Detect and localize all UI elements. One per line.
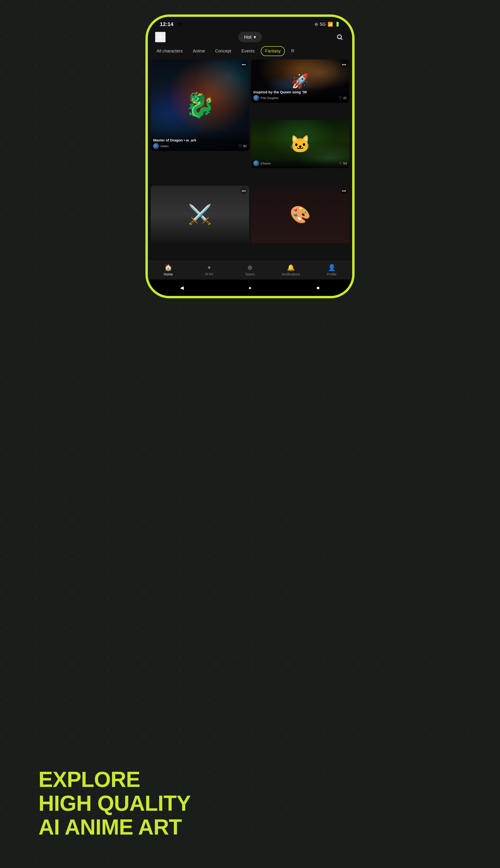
tab-fantasy[interactable]: Fantasy	[261, 46, 285, 56]
card-dragon-meta: A Arken ♡ 40	[153, 143, 247, 149]
tab-anime[interactable]: Anime	[189, 47, 209, 56]
nav-tavern-label: Tavern	[245, 272, 255, 276]
back-button[interactable]: ◀	[177, 283, 187, 292]
nav-tavern[interactable]: ⊕ Tavern	[240, 264, 260, 276]
heart-icon: ♡	[238, 144, 242, 148]
card-info-overlay: Master of Dragon • w_ark A Arken	[151, 136, 249, 151]
hero-text-line2: HIGH QUALITY	[38, 791, 191, 815]
status-icons: ⊖ 5G 📶 🔋	[315, 22, 340, 27]
card-dragon-title: Master of Dragon • w_ark	[153, 138, 247, 142]
notifications-icon: 🔔	[287, 264, 295, 271]
signal-label: 5G	[320, 22, 326, 27]
more-options-button-4[interactable]: •••	[240, 188, 247, 194]
card-spaceship-info: Inspired by the Queen song '39 P Phil Os…	[251, 88, 349, 103]
ai-art-icon: ✦	[207, 264, 212, 271]
card-cat-meta: C Choom ♡ 54	[253, 160, 347, 166]
tab-concept[interactable]: Concept	[211, 47, 235, 56]
author-avatar-choom: C	[253, 160, 259, 166]
home-icon: 🏠	[164, 264, 172, 271]
tab-events[interactable]: Events	[238, 47, 258, 56]
card-spaceship-title: Inspired by the Queen song '39	[253, 90, 347, 94]
content-grid: 🐉 ••• Master of Dragon • w_ark	[148, 57, 352, 261]
anime-art-emoji: 🎨	[251, 186, 349, 244]
hero-text-line3: AI ANIME ART	[38, 815, 191, 839]
create-button[interactable]: +	[155, 32, 166, 42]
heart-icon-3: ♡	[339, 161, 342, 166]
more-options-button-5[interactable]: •••	[341, 188, 347, 194]
nav-notifications[interactable]: 🔔 Notifications	[281, 264, 300, 276]
nav-home[interactable]: 🏠 Home	[159, 264, 178, 276]
more-options-button[interactable]: •••	[240, 62, 247, 68]
heart-icon-2: ♡	[339, 96, 342, 100]
card-cat-likes: ♡ 54	[339, 161, 347, 166]
phone-screen-container: 12:14 ⚙ ⊖ 5G 📶 🔋 + Hot ▾	[148, 17, 352, 296]
gear-icon: ⚙	[178, 21, 182, 27]
card-dragon[interactable]: 🐉 ••• Master of Dragon • w_ark	[151, 59, 249, 151]
card-dragon-likes: ♡ 40	[238, 144, 247, 148]
card-dragon-author: A Arken	[153, 143, 169, 149]
chevron-down-icon: ▾	[253, 34, 256, 40]
card-spaceship-meta: P Phil Osopher ♡ 41	[253, 95, 347, 101]
app-screen: 12:14 ⚙ ⊖ 5G 📶 🔋 + Hot ▾	[148, 17, 352, 296]
bottom-nav: 🏠 Home ✦ AI Art ⊕ Tavern 🔔 Notifications	[148, 261, 352, 280]
home-button[interactable]: ●	[245, 283, 255, 292]
system-nav: ◀ ● ■	[148, 280, 352, 296]
nav-home-label: Home	[164, 272, 173, 276]
hero-text-section: EXPLORE HIGH QUALITY AI ANIME ART	[38, 768, 191, 839]
nav-notifications-label: Notifications	[282, 272, 300, 276]
author-avatar-phil: P	[253, 95, 259, 101]
svg-line-1	[341, 38, 342, 40]
nav-ai-art-label: AI Art	[205, 272, 213, 276]
author-avatar-arken: A	[153, 143, 159, 149]
tavern-icon: ⊕	[247, 264, 253, 271]
card-warrior[interactable]: ⚔️ •••	[151, 186, 249, 244]
card-spaceship-author: P Phil Osopher	[253, 95, 279, 101]
phone-container: 12:14 ⚙ ⊖ 5G 📶 🔋 + Hot ▾	[146, 14, 354, 298]
cellular-icon: 📶	[328, 22, 333, 27]
do-not-disturb-icon: ⊖	[315, 22, 318, 27]
phone-frame: 12:14 ⚙ ⊖ 5G 📶 🔋 + Hot ▾	[146, 14, 354, 298]
top-bar: + Hot ▾	[148, 29, 352, 45]
sort-label: Hot	[244, 34, 251, 40]
card-spaceship-likes: ♡ 41	[339, 96, 347, 100]
card-cat-info: C Choom ♡ 54	[251, 158, 349, 168]
recent-button[interactable]: ■	[313, 283, 323, 292]
profile-icon: 👤	[328, 264, 336, 271]
sort-dropdown[interactable]: Hot ▾	[238, 32, 262, 42]
filter-tabs: All characters Anime Concept Events Fant…	[148, 45, 352, 57]
hero-text-line1: EXPLORE	[38, 768, 191, 791]
anime-peek-image: 🎨	[251, 186, 349, 244]
nav-profile-label: Profile	[327, 272, 337, 276]
more-options-button-2[interactable]: •••	[341, 62, 347, 68]
tab-all-characters[interactable]: All characters	[152, 47, 186, 56]
warrior-image: ⚔️	[151, 186, 249, 244]
status-time: 12:14	[160, 21, 173, 27]
status-bar: 12:14 ⚙ ⊖ 5G 📶 🔋	[148, 17, 352, 29]
nav-ai-art[interactable]: ✦ AI Art	[200, 264, 219, 276]
nav-profile[interactable]: 👤 Profile	[322, 264, 341, 276]
card-spaceship[interactable]: 🚀 ••• Inspired by the Queen song '39 P P…	[251, 59, 349, 103]
card-cat[interactable]: 🐱 C Choom ♡ 54	[251, 120, 349, 168]
search-button[interactable]	[334, 32, 345, 42]
card-cat-author: C Choom	[253, 160, 271, 166]
card-anime-peek[interactable]: 🎨 •••	[251, 186, 349, 244]
warrior-art-emoji: ⚔️	[151, 186, 249, 244]
tab-r[interactable]: R	[287, 47, 298, 56]
battery-icon: 🔋	[335, 22, 340, 27]
